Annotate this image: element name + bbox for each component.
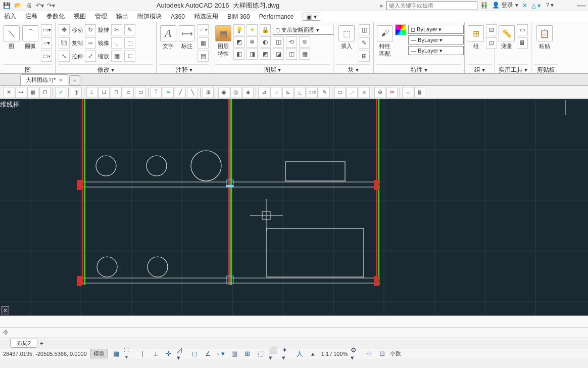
color-icon[interactable] [395,24,406,35]
redo-icon[interactable]: ↷▾ [46,1,56,10]
layer-selector[interactable]: ◻ 支吊架断面图 ▾ [273,25,333,35]
insert-block-button[interactable]: ⬚插入 [336,23,357,50]
tb-k2[interactable]: ⟋ [347,87,358,98]
linetype-selector[interactable]: — ByLayer ▾ [408,46,464,55]
lineweight-selector[interactable]: — ByLayer ▾ [408,35,464,44]
layer-b-icon[interactable]: ◨ [247,49,258,60]
layer-bulb-icon[interactable]: 💡 [233,24,244,35]
tb-g2[interactable]: ━ [163,87,174,98]
tb-f3[interactable]: ⊓ [111,87,122,98]
file-tab[interactable]: 大样图练习*✕ [20,74,68,85]
3d-icon[interactable]: ⬚ [256,349,266,358]
layer-lock-icon[interactable]: 🔒 [260,24,271,35]
tb-g3[interactable]: ╱ [175,87,186,98]
layer-d-icon[interactable]: ◪ [273,49,284,60]
layer-c-icon[interactable]: ◩ [260,49,271,60]
copy-icon[interactable]: ⿻ [59,37,70,49]
rotate-button[interactable]: 旋转 [98,26,109,34]
menu-view[interactable]: 视图 [74,12,86,21]
tb-l2[interactable]: ✂ [386,87,398,98]
paste-button[interactable]: 📋粘贴 [534,23,555,50]
cycle-icon[interactable]: ⊞ [242,349,253,358]
panel-block[interactable]: 块 ▾ [336,64,370,73]
a360-icon[interactable]: △ ▾ [531,2,541,9]
menu-bim360[interactable]: BIM 360 [227,13,250,20]
trans-icon[interactable]: ▥ [229,349,239,358]
canvas-close-button[interactable]: ✕ [1,306,9,314]
circle-icon[interactable]: ○▾ [41,37,52,49]
polar-icon[interactable]: ✛ [164,349,174,358]
stretch-button[interactable]: 拉伸 [72,53,83,60]
layer-walk-icon[interactable]: ≋ [299,36,310,48]
leader-icon[interactable]: ⟋▾ [198,24,209,35]
stretch-icon[interactable]: ⤡ [59,51,70,62]
tb-i1[interactable]: ◉ [218,87,229,98]
lwt-icon[interactable]: ▫ ▾ [216,349,226,358]
signin-button[interactable]: 👤 登录 ▾ [492,1,518,10]
ellipse-icon[interactable]: ⬭▾ [41,51,52,62]
calc-icon[interactable]: 🖩 [517,37,528,49]
array-icon[interactable]: ▦ [111,51,122,62]
iso-icon[interactable]: ◿ ▾ [177,349,187,358]
layer-a-icon[interactable]: ◧ [233,49,244,60]
tb-g4[interactable]: ╲ [187,87,198,98]
tb-b[interactable]: ⊶ [15,87,26,98]
panel-util[interactable]: 实用工具 ▾ [498,64,528,73]
tb-k3[interactable]: ≡ [359,87,370,98]
trim-icon[interactable]: ✂ [111,24,122,35]
menu-manage[interactable]: 管理 [95,12,107,21]
command-line[interactable]: 令 [0,327,588,338]
tb-a[interactable]: ✕ [3,87,14,98]
snap-icon[interactable]: ⸬ ▾ [124,349,134,358]
tb-m1[interactable]: ⌣ [402,87,413,98]
menu-insert[interactable]: 插入 [4,12,16,21]
tb-j6[interactable]: ✎ [319,87,330,98]
tb-j2[interactable]: ⟋ [270,87,281,98]
undo-icon[interactable]: ↶▾ [35,1,44,10]
panel-draw[interactable]: 图 [3,64,52,73]
panel-layer[interactable]: 图层 ▾ [215,64,330,73]
tb-e[interactable]: ⫛ [71,87,82,98]
tb-c[interactable]: ▦ [27,87,38,98]
block-create-icon[interactable]: ◫ [359,24,370,35]
menu-output[interactable]: 输出 [116,12,128,21]
drawing-canvas[interactable]: 维线框 [0,99,588,315]
zoom-readout[interactable]: 1:1 / 100% [321,351,348,357]
layer-props-button[interactable]: ▤图层 特性 [215,23,231,58]
search-nav-icon[interactable]: ▸ [380,2,383,9]
menu-annotate[interactable]: 注释 [25,12,37,21]
units-readout[interactable]: 小数 [390,350,401,357]
mtext-icon[interactable]: ▤ [198,51,209,62]
dimension-button[interactable]: ⟼标注 [179,23,196,50]
print-icon[interactable]: 🖨 [24,1,33,10]
panel-clip[interactable]: 剪贴板 [534,64,558,73]
infocenter-icon[interactable]: 👬 [480,2,488,9]
anno-icon[interactable]: 人 [295,349,305,358]
mirror-button[interactable]: 镜像 [98,39,109,47]
measure-button[interactable]: 📏测量 [498,23,515,50]
panel-annotate[interactable]: 注释 ▾ [160,64,209,73]
ortho-icon[interactable]: ⟂ [151,349,161,358]
gear-icon[interactable]: ⚙ ▾ [351,349,361,358]
tb-f1[interactable]: ⟘ [86,87,97,98]
color-selector[interactable]: ◻ ByLayer ▾ [408,25,464,34]
tb-h1[interactable]: ⊞ [203,87,214,98]
layer-e-icon[interactable]: ◫ [286,49,297,60]
offset-icon[interactable]: ⊏ [124,51,135,62]
tb-j5[interactable]: C?2 [307,87,318,98]
tb-f2[interactable]: ⊔ [99,87,110,98]
menu-expand-icon[interactable]: ▣ ▾ [303,13,320,21]
panel-group[interactable]: 组 ▾ [468,64,492,73]
layer-freeze-icon[interactable]: ❄ [247,36,258,48]
dyn-icon[interactable]: ⬜ ▾ [269,349,279,358]
matchprop-button[interactable]: 🖌特性 匹配 [377,23,393,58]
fillet-icon[interactable]: ◟ [111,37,122,49]
erase-icon[interactable]: ✎ [124,24,135,35]
explode-icon[interactable]: ⬚ [124,37,135,49]
save-icon[interactable]: 💾 [2,1,11,10]
rect-icon[interactable]: ▭▾ [41,24,52,35]
layer-match-icon[interactable]: ◫ [273,36,284,48]
model-button[interactable]: 模型 [90,349,108,358]
tb-l1[interactable]: ⊕ [374,87,385,98]
line-button[interactable]: ＼图 [3,23,20,50]
